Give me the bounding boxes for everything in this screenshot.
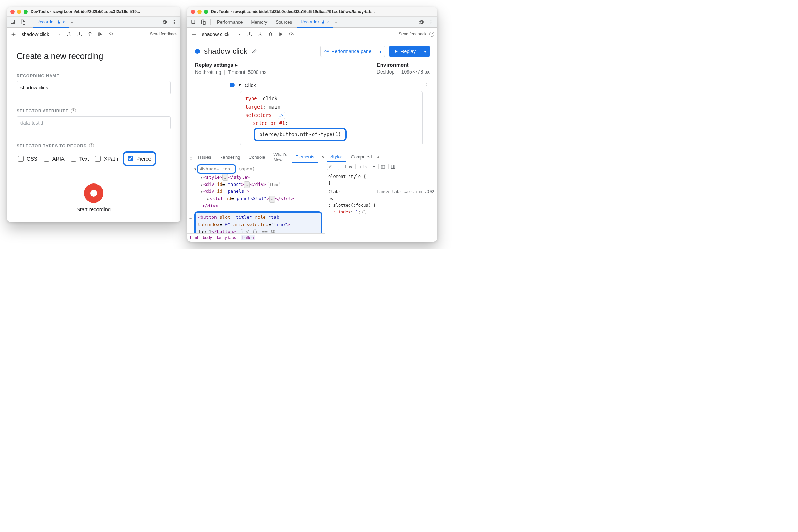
export-icon[interactable] bbox=[65, 31, 73, 38]
checkbox-xpath[interactable]: XPath bbox=[94, 155, 118, 163]
crumb-body[interactable]: body bbox=[203, 235, 212, 240]
close-tab-icon[interactable]: × bbox=[63, 19, 66, 24]
settings-gear-icon[interactable] bbox=[160, 18, 169, 26]
dimensions-value: 1095×778 px bbox=[401, 69, 430, 75]
tab-computed[interactable]: Computed bbox=[347, 152, 375, 162]
minimize-window-icon[interactable] bbox=[17, 10, 21, 14]
svg-rect-18 bbox=[391, 165, 395, 169]
dom-tree[interactable]: ▼#shadow-root (open) ▶<style>…</style> ▶… bbox=[187, 163, 325, 233]
add-recording-icon[interactable] bbox=[190, 31, 198, 38]
crumb-button[interactable]: button bbox=[241, 235, 255, 240]
play-slow-icon[interactable] bbox=[107, 31, 114, 38]
start-recording-label: Start recording bbox=[17, 206, 171, 212]
slot-badge[interactable]: ⬚ slot bbox=[240, 229, 256, 233]
add-recording-icon[interactable] bbox=[10, 31, 17, 38]
maximize-window-icon[interactable] bbox=[24, 10, 28, 14]
step-over-icon[interactable] bbox=[96, 31, 104, 38]
replay-settings-head[interactable]: Replay settings ▸ bbox=[195, 62, 266, 68]
step-menu-icon[interactable]: ⋮ bbox=[424, 82, 430, 88]
step-over-icon[interactable] bbox=[277, 31, 285, 38]
kebab-menu-icon[interactable] bbox=[427, 18, 435, 26]
gauge-icon bbox=[324, 49, 329, 54]
send-feedback-link[interactable]: Send feedback bbox=[150, 32, 178, 36]
filter-input[interactable]: F bbox=[327, 164, 339, 170]
checkbox-pierce[interactable]: Pierce bbox=[126, 155, 151, 162]
pick-element-icon[interactable]: ⬚↖ bbox=[278, 112, 285, 119]
crumb-html[interactable]: html bbox=[190, 235, 198, 240]
info-icon[interactable]: i bbox=[362, 210, 366, 214]
minimize-window-icon[interactable] bbox=[197, 10, 202, 14]
more-tabs-icon[interactable]: » bbox=[70, 19, 73, 25]
svg-rect-6 bbox=[99, 33, 99, 36]
toggle-sidebar-icon[interactable] bbox=[388, 164, 398, 169]
inspect-icon[interactable] bbox=[189, 18, 198, 26]
replay-button[interactable]: Replay ▾ bbox=[389, 46, 430, 57]
delete-icon[interactable] bbox=[266, 31, 274, 38]
checkbox-text[interactable]: Text bbox=[69, 155, 89, 163]
cls-toggle[interactable]: .cls bbox=[355, 164, 370, 169]
checkbox-css[interactable]: CSS bbox=[17, 155, 37, 163]
tab-recorder[interactable]: Recorder × bbox=[33, 17, 69, 28]
chevron-down-icon bbox=[238, 32, 241, 36]
selector-attribute-label: SELECTOR ATTRIBUTE ? bbox=[17, 108, 171, 113]
selector-attribute-input[interactable] bbox=[17, 116, 171, 129]
import-icon[interactable] bbox=[76, 31, 83, 38]
collapse-icon[interactable]: ▼ bbox=[238, 83, 242, 87]
selected-element[interactable]: ⋯ <button slot="title" role="tab" tabind… bbox=[194, 211, 322, 233]
help-icon[interactable]: ? bbox=[71, 108, 76, 113]
breadcrumbs[interactable]: html body fancy-tabs button bbox=[187, 233, 325, 242]
step-header[interactable]: ▼ Click ⋮ bbox=[230, 82, 430, 88]
flex-badge[interactable]: flex bbox=[268, 182, 280, 188]
source-link[interactable]: fancy-tabs-…mo.html:302 bbox=[377, 189, 434, 195]
device-toggle-icon[interactable] bbox=[199, 18, 207, 26]
close-tab-icon[interactable]: × bbox=[327, 19, 330, 24]
tab-recorder[interactable]: Recorder × bbox=[297, 17, 333, 28]
close-window-icon[interactable] bbox=[191, 10, 195, 14]
play-slow-icon[interactable] bbox=[287, 31, 295, 38]
styles-rules[interactable]: element.style { } fancy-tabs-…mo.html:30… bbox=[325, 172, 437, 242]
kebab-menu-icon[interactable]: ⋮ bbox=[189, 153, 193, 161]
kebab-menu-icon[interactable] bbox=[170, 18, 178, 26]
help-icon[interactable]: ? bbox=[429, 32, 434, 37]
crumb-fancy-tabs[interactable]: fancy-tabs bbox=[217, 235, 236, 240]
tab-memory[interactable]: Memory bbox=[247, 17, 271, 28]
tab-styles[interactable]: Styles bbox=[327, 152, 346, 162]
timeout-value: Timeout: 5000 ms bbox=[228, 69, 267, 75]
devtools-window-left: DevTools - rawgit.com/ebidel/2d2bb0cdec3… bbox=[7, 7, 180, 222]
devtools-tabbar: Performance Memory Sources Recorder × » bbox=[187, 17, 437, 28]
help-icon[interactable]: ? bbox=[89, 143, 94, 148]
maximize-window-icon[interactable] bbox=[204, 10, 208, 14]
tab-sources[interactable]: Sources bbox=[272, 17, 296, 28]
edit-pencil-icon[interactable] bbox=[252, 49, 257, 54]
hov-toggle[interactable]: :hov bbox=[340, 164, 355, 169]
recording-select[interactable]: shadow click bbox=[201, 32, 243, 37]
recording-name-input[interactable] bbox=[17, 81, 171, 94]
performance-panel-button[interactable]: Performance panel ▾ bbox=[320, 46, 385, 57]
recorder-toolbar: shadow click Send feedback bbox=[7, 28, 180, 41]
tab-console[interactable]: Console bbox=[245, 152, 269, 163]
close-window-icon[interactable] bbox=[10, 10, 15, 14]
start-recording-button[interactable] bbox=[84, 183, 103, 203]
device-toggle-icon[interactable] bbox=[19, 18, 27, 26]
tab-elements[interactable]: Elements bbox=[292, 152, 318, 163]
tab-performance[interactable]: Performance bbox=[213, 17, 246, 28]
delete-icon[interactable] bbox=[86, 31, 94, 38]
step-timeline: ▼ Click ⋮ type: click target: main selec… bbox=[187, 78, 437, 152]
create-recording-form: Create a new recording RECORDING NAME SE… bbox=[7, 41, 180, 222]
computed-icon[interactable] bbox=[378, 164, 388, 169]
inspect-icon[interactable] bbox=[9, 18, 17, 26]
tab-issues[interactable]: Issues bbox=[195, 152, 215, 163]
dropdown-icon[interactable]: ▾ bbox=[421, 46, 430, 57]
recording-select[interactable]: shadow click bbox=[20, 32, 62, 37]
tab-rendering[interactable]: Rendering bbox=[216, 152, 244, 163]
import-icon[interactable] bbox=[256, 31, 264, 38]
new-rule-icon[interactable]: + bbox=[371, 164, 377, 169]
send-feedback-link[interactable]: Send feedback bbox=[399, 32, 426, 36]
export-icon[interactable] bbox=[246, 31, 253, 38]
tab-whats-new[interactable]: What's New bbox=[270, 152, 290, 163]
dropdown-icon[interactable]: ▾ bbox=[376, 46, 385, 57]
checkbox-aria[interactable]: ARIA bbox=[42, 155, 65, 163]
more-tabs-icon[interactable]: » bbox=[376, 154, 379, 160]
settings-gear-icon[interactable] bbox=[417, 18, 425, 26]
more-tabs-icon[interactable]: » bbox=[334, 19, 337, 25]
